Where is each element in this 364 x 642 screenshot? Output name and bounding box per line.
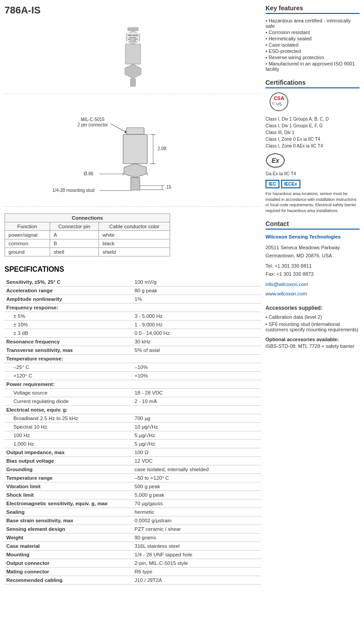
svg-text:CSA: CSA bbox=[274, 95, 284, 101]
key-feature-item: Hermetically sealed bbox=[266, 35, 360, 42]
svg-text:US: US bbox=[276, 102, 282, 106]
connection-cell-function: ground bbox=[5, 248, 50, 256]
technical-diagram: MIL-C-5015 2 pin connector bbox=[48, 108, 218, 197]
spec-label: Acceleration range bbox=[4, 286, 133, 295]
connections-title: Connections bbox=[5, 214, 170, 222]
spec-sub-row: 100 Hz5 µg/√Hz bbox=[4, 431, 261, 440]
spec-sub-label: Spectral 10 Hz bbox=[4, 423, 133, 431]
spec-label: Power requirement: bbox=[4, 380, 133, 389]
connection-cell-color: white bbox=[98, 231, 170, 239]
spec-sub-label: –25° C bbox=[4, 363, 133, 372]
key-feature-item: ESD-protected bbox=[266, 48, 360, 54]
spec-sub-value: 700 µg bbox=[133, 414, 261, 423]
csa-cert-line: Class I, Div 1 Groups A, B, C, D bbox=[266, 116, 360, 122]
connection-cell-function: common bbox=[5, 239, 50, 248]
spec-sub-label: 100 Hz bbox=[4, 431, 133, 440]
spec-value: 1% bbox=[133, 295, 261, 304]
spec-sub-value: –10% bbox=[133, 363, 261, 372]
spec-value: 1/4 - 28 UNF tapped hole bbox=[133, 551, 261, 559]
contact-fax: Fax: +1 301 330 8873 bbox=[266, 270, 360, 278]
spec-sub-value: 1 - 9,000 Hz bbox=[133, 321, 261, 329]
svg-text:2 pin connector: 2 pin connector bbox=[77, 122, 108, 127]
spec-value: R6 type bbox=[133, 568, 261, 576]
product-image-area: WILCOXON RESEARC MODEL 786A-IS SN:66906 bbox=[4, 21, 261, 94]
spec-sub-value: 2 - 10 mA bbox=[133, 397, 261, 406]
contact-section: Contact Wilcoxon Sensing Technologies 20… bbox=[266, 220, 360, 298]
spec-row: Shock limit5,000 g peak bbox=[4, 491, 261, 499]
svg-text:1/4-28 mounting stud: 1/4-28 mounting stud bbox=[52, 188, 94, 193]
spec-label: Grounding bbox=[4, 465, 133, 474]
spec-sub-row: +120° C+10% bbox=[4, 372, 261, 380]
certifications-title: Certifications bbox=[266, 79, 360, 88]
spec-value: 80 g peak bbox=[133, 286, 261, 295]
spec-sub-label: 1,000 Hz bbox=[4, 440, 133, 448]
spec-value: PZT ceramic / shear bbox=[133, 525, 261, 534]
spec-label: Case material bbox=[4, 542, 133, 551]
contact-company: Wilcoxon Sensing Technologies bbox=[266, 233, 360, 241]
spec-value: 100 Ω bbox=[133, 448, 261, 457]
svg-rect-21 bbox=[126, 128, 144, 134]
spec-sub-row: ± 10%1 - 9,000 Hz bbox=[4, 321, 261, 329]
spec-sub-value: 10 µg/√Hz bbox=[133, 423, 261, 431]
spec-label: Resonance frequency bbox=[4, 338, 133, 346]
svg-marker-34 bbox=[124, 164, 146, 178]
contact-tel: Tel: +1 301 330 8811 bbox=[266, 262, 360, 270]
spec-value: 5,000 g peak bbox=[133, 491, 261, 499]
svg-text:MIL-C-5015: MIL-C-5015 bbox=[81, 117, 104, 122]
spec-value: case isolated, internally shielded bbox=[133, 465, 261, 474]
spec-label: Mounting bbox=[4, 551, 133, 559]
spec-row: Vibration limit500 g peak bbox=[4, 482, 261, 491]
spec-sub-value: 5 µg/√Hz bbox=[133, 431, 261, 440]
connection-cell-pin: B bbox=[50, 239, 98, 248]
product-image: WILCOXON RESEARC MODEL 786A-IS SN:66906 bbox=[106, 25, 160, 88]
spec-sub-value: +10% bbox=[133, 372, 261, 380]
spec-sub-label: Broadband 2.5 Hz to 25 kHz bbox=[4, 414, 133, 423]
spec-row: Case material316L stainless steel bbox=[4, 542, 261, 551]
svg-text:Ex: Ex bbox=[271, 157, 279, 164]
connection-row: power/signalAwhite bbox=[5, 231, 170, 239]
specs-table: Sensitivity, ±5%, 25° C100 mV/gAccelerat… bbox=[4, 278, 261, 585]
spec-value: 12 VDC bbox=[133, 457, 261, 465]
spec-value: 0.0002 g/µstrain bbox=[133, 516, 261, 525]
contact-website[interactable]: www.wilcoxon.com bbox=[266, 290, 360, 298]
spec-label: Recommended cabling bbox=[4, 576, 133, 585]
spec-sub-row: 1,000 Hz5 µg/√Hz bbox=[4, 440, 261, 448]
connection-row: groundshellshield bbox=[5, 248, 170, 256]
spec-label: Frequency response: bbox=[4, 304, 133, 312]
contact-email[interactable]: info@wilcoxon.com bbox=[266, 281, 360, 289]
spec-label: Bias output voltage bbox=[4, 457, 133, 465]
csa-cert-line: Class I, Zone 0 AEx ia IIC T4 bbox=[266, 143, 360, 149]
svg-text:C: C bbox=[272, 101, 275, 105]
spec-label: Output impedance, max bbox=[4, 448, 133, 457]
contact-address1: 20511 Seneca Meadows Parkway bbox=[266, 244, 360, 252]
connection-cell-color: shield bbox=[98, 248, 170, 256]
spec-label: Weight bbox=[4, 534, 133, 542]
svg-rect-25 bbox=[123, 134, 147, 164]
spec-label: Temperature range bbox=[4, 474, 133, 482]
spec-sub-row: Broadband 2.5 Hz to 25 kHz700 µg bbox=[4, 414, 261, 423]
accessories-title: Accessories supplied: bbox=[266, 305, 360, 311]
key-features-section: Key features Hazardous area certified - … bbox=[266, 4, 360, 72]
connection-cell-function: power/signal bbox=[5, 231, 50, 239]
spec-value bbox=[133, 380, 261, 389]
csa-cert-line: Class III, Div 1 bbox=[266, 129, 360, 136]
spec-value: 500 g peak bbox=[133, 482, 261, 491]
csa-logo: CSA C US bbox=[266, 92, 292, 112]
key-features-list: Hazardous area certified - intrinsically… bbox=[266, 17, 360, 72]
spec-value: 70 µg/gauss bbox=[133, 499, 261, 508]
connection-cell-pin: A bbox=[50, 231, 98, 239]
spec-sub-label: ± 10% bbox=[4, 321, 133, 329]
spec-row: Sensitivity, ±5%, 25° C100 mV/g bbox=[4, 278, 261, 286]
spec-value: 2-pin, MIL-C-5015 style bbox=[133, 559, 261, 568]
spec-sub-label: ± 5% bbox=[4, 312, 133, 321]
key-feature-item: Hazardous area certified - intrinsically… bbox=[266, 17, 360, 29]
spec-label: Temperature response: bbox=[4, 355, 133, 363]
spec-sub-label: ± 3 dB bbox=[4, 329, 133, 338]
spec-value: –50 to +120° C bbox=[133, 474, 261, 482]
spec-value bbox=[133, 355, 261, 363]
conn-col1: Function bbox=[5, 222, 50, 231]
svg-text:Ø.86: Ø.86 bbox=[84, 171, 94, 176]
connection-cell-color: black bbox=[98, 239, 170, 248]
spec-sub-value: 0.5 - 14,000 Hz bbox=[133, 329, 261, 338]
spec-row: Mounting1/4 - 28 UNF tapped hole bbox=[4, 551, 261, 559]
